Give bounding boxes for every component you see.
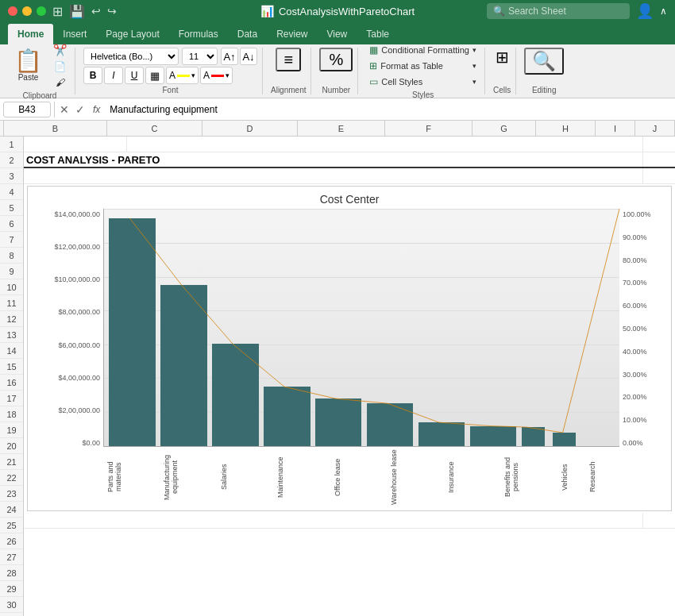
- conditional-formatting-button[interactable]: ▦ Conditional Formatting ▾: [366, 43, 480, 57]
- cell-b3[interactable]: [24, 168, 643, 183]
- row-11[interactable]: 11: [0, 295, 23, 311]
- search-box[interactable]: 🔍 Search Sheet: [487, 3, 630, 19]
- cancel-formula-icon[interactable]: ✕: [58, 102, 71, 117]
- y-right-30: 30.00%: [623, 371, 647, 379]
- tab-review[interactable]: Review: [267, 24, 317, 44]
- tab-formulas[interactable]: Formulas: [169, 24, 228, 44]
- row-27[interactable]: 27: [0, 549, 23, 565]
- border-button[interactable]: ▦: [145, 67, 164, 84]
- cut-button[interactable]: ✂️: [50, 42, 70, 58]
- col-header-b[interactable]: B: [4, 121, 107, 136]
- number-label: Number: [322, 86, 351, 94]
- row-4[interactable]: 4: [0, 184, 23, 200]
- tab-table[interactable]: Table: [357, 24, 399, 44]
- italic-button[interactable]: I: [104, 67, 123, 84]
- row-26[interactable]: 26: [0, 533, 23, 549]
- formula-input[interactable]: [106, 102, 672, 117]
- minimize-button[interactable]: [22, 6, 32, 16]
- col-header-h[interactable]: H: [536, 121, 596, 136]
- row-22[interactable]: 22: [0, 470, 23, 486]
- row-12[interactable]: 12: [0, 311, 23, 327]
- row-24[interactable]: 24: [0, 502, 23, 518]
- row-9[interactable]: 9: [0, 264, 23, 279]
- row-5[interactable]: 5: [0, 200, 23, 216]
- row-13[interactable]: 13: [0, 327, 23, 343]
- cell-title[interactable]: COST ANALYSIS - PARETO: [24, 152, 643, 167]
- col-header-d[interactable]: D: [202, 121, 298, 136]
- editing-label: Editing: [532, 86, 557, 94]
- row-7[interactable]: 7: [0, 232, 23, 248]
- row-8[interactable]: 8: [0, 248, 23, 264]
- tab-view[interactable]: View: [317, 24, 357, 44]
- chevron-up-icon[interactable]: ∧: [660, 6, 667, 17]
- tab-data[interactable]: Data: [228, 24, 267, 44]
- cell-rest-1[interactable]: [127, 137, 643, 152]
- col-header-i[interactable]: I: [596, 121, 635, 136]
- row-31[interactable]: 31: [0, 613, 23, 616]
- row-28[interactable]: 28: [0, 565, 23, 581]
- profile-icon[interactable]: 👤: [636, 2, 654, 20]
- maximize-button[interactable]: [37, 6, 46, 16]
- paste-button[interactable]: 📋 Paste: [10, 48, 47, 83]
- cell-styles-button[interactable]: ▭ Cell Styles ▾: [366, 75, 480, 89]
- conditional-formatting-chevron: ▾: [472, 46, 476, 54]
- format-as-table-button[interactable]: ⊞ Format as Table ▾: [366, 59, 480, 73]
- tab-page-layout[interactable]: Page Layout: [96, 24, 168, 44]
- y-right-80: 80.00%: [623, 256, 647, 264]
- format-painter-button[interactable]: 🖌: [50, 75, 70, 90]
- row-1[interactable]: 1: [0, 137, 23, 152]
- shrink-font-button[interactable]: A↓: [240, 48, 257, 65]
- font-color-button[interactable]: A ▾: [200, 67, 233, 84]
- font-size-select[interactable]: 11: [182, 48, 218, 65]
- search-placeholder: Search Sheet: [508, 6, 566, 17]
- row-17[interactable]: 17: [0, 391, 23, 406]
- undo-icon[interactable]: ↩: [91, 5, 101, 17]
- x-label-9: Vehicles: [561, 447, 589, 510]
- row-19[interactable]: 19: [0, 422, 23, 438]
- col-header-e[interactable]: E: [298, 121, 385, 136]
- confirm-formula-icon[interactable]: ✓: [74, 102, 87, 117]
- row-6[interactable]: 6: [0, 216, 23, 232]
- row-23[interactable]: 23: [0, 486, 23, 502]
- clipboard-group: 📋 Paste ✂️ 📄 🖌 Clipboard: [5, 48, 75, 94]
- underline-button[interactable]: U: [125, 67, 144, 84]
- cell-reference-input[interactable]: [3, 102, 51, 117]
- col-header-f[interactable]: F: [385, 121, 472, 136]
- row-20[interactable]: 20: [0, 438, 23, 454]
- row-2[interactable]: 2: [0, 152, 23, 168]
- close-button[interactable]: [8, 6, 17, 16]
- cell-b34[interactable]: [24, 513, 643, 528]
- chart-title: Cost Center: [28, 187, 671, 209]
- row-21[interactable]: 21: [0, 454, 23, 470]
- row-3[interactable]: 3: [0, 168, 23, 184]
- col-header-j[interactable]: J: [635, 121, 675, 136]
- row-16[interactable]: 16: [0, 375, 23, 391]
- row-25[interactable]: 25: [0, 518, 23, 533]
- cell-styles-label: Cell Styles: [381, 77, 422, 87]
- x-label-8: Benefits and pensions: [503, 447, 560, 510]
- save-icon[interactable]: 💾: [69, 4, 85, 19]
- editing-button[interactable]: 🔍: [524, 48, 564, 75]
- row-15[interactable]: 15: [0, 359, 23, 375]
- grow-font-button[interactable]: A↑: [221, 48, 238, 65]
- number-button[interactable]: %: [319, 48, 353, 71]
- y-axis-left: $14,00,000.00 $12,00,000.00 $10,00,000.0…: [36, 209, 103, 447]
- highlight-color-button[interactable]: A ▾: [166, 67, 199, 84]
- cell-b1[interactable]: [24, 137, 127, 152]
- redo-icon[interactable]: ↪: [107, 5, 117, 17]
- copy-button[interactable]: 📄: [50, 60, 70, 74]
- row-18[interactable]: 18: [0, 406, 23, 422]
- y-left-4: $4,00,000.00: [58, 374, 100, 382]
- col-header-g[interactable]: G: [472, 121, 536, 136]
- row-10[interactable]: 10: [0, 279, 23, 295]
- bold-button[interactable]: B: [83, 67, 102, 84]
- alignment-button[interactable]: ≡: [276, 48, 301, 71]
- row-29[interactable]: 29: [0, 581, 23, 597]
- y-left-12: $12,00,000.00: [54, 243, 100, 251]
- font-family-select[interactable]: Helvetica (Bo...): [83, 48, 179, 65]
- sidebar-icon[interactable]: ⊞: [52, 4, 63, 19]
- row-14[interactable]: 14: [0, 343, 23, 359]
- copy-icon: 📄: [54, 61, 66, 72]
- col-header-c[interactable]: C: [107, 121, 202, 136]
- row-30[interactable]: 30: [0, 597, 23, 613]
